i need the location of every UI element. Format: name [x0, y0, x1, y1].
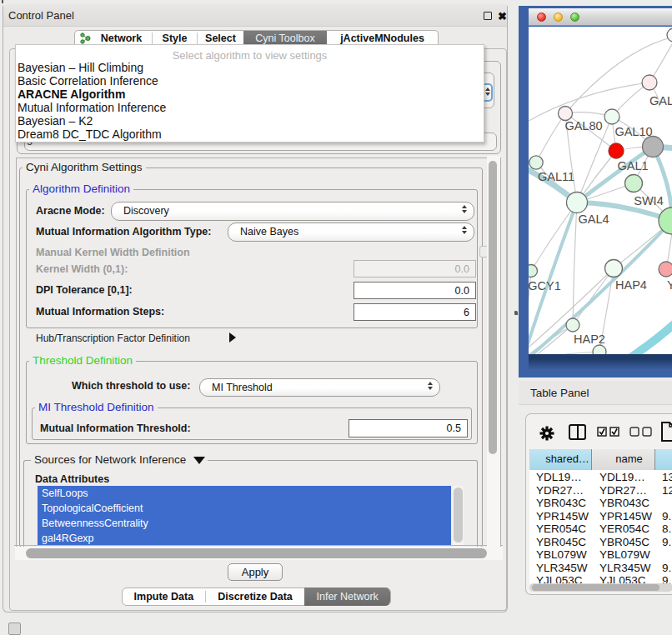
svg-text:GCY1: GCY1	[529, 279, 561, 292]
svg-text:GAL80: GAL80	[564, 119, 602, 132]
svg-text:Y: Y	[667, 278, 672, 292]
svg-text:GAL10: GAL10	[614, 125, 652, 138]
svg-text:GAL1: GAL1	[617, 159, 648, 172]
svg-text:SWI4: SWI4	[634, 194, 663, 208]
svg-text:GAL: GAL	[649, 94, 672, 108]
svg-text:HAP2: HAP2	[574, 332, 605, 346]
svg-text:GAL11: GAL11	[538, 170, 574, 183]
svg-text:GAL4: GAL4	[578, 212, 609, 226]
svg-text:HAP4: HAP4	[615, 278, 647, 292]
